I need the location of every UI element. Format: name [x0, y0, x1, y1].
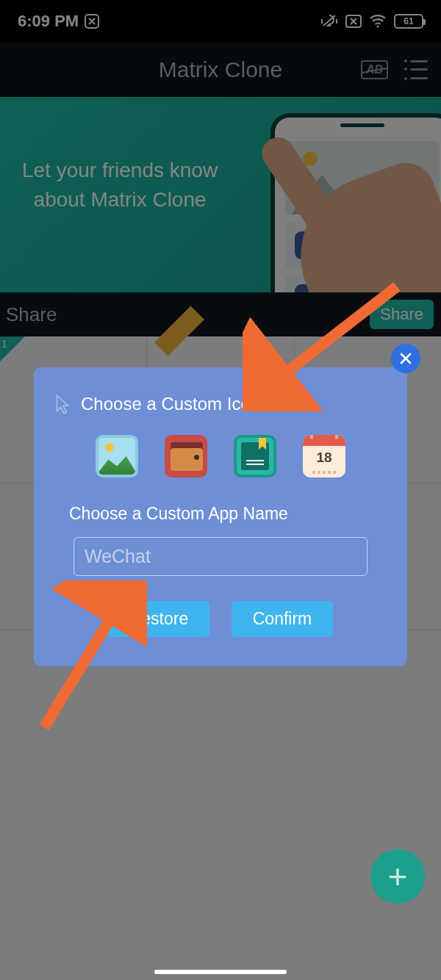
dialog-title: Choose a Custom Icon — [81, 394, 260, 414]
confirm-button[interactable]: Confirm — [232, 601, 333, 637]
calendar-day: 18 — [303, 450, 345, 466]
icon-option-book[interactable] — [234, 435, 276, 478]
close-icon — [398, 351, 413, 366]
plus-icon: + — [388, 857, 408, 896]
custom-icon-dialog: Choose a Custom Icon 18 Choose a Custom … — [34, 367, 407, 666]
icon-option-wallet[interactable] — [165, 435, 207, 478]
add-clone-fab[interactable]: + — [370, 849, 425, 904]
icon-option-calendar[interactable]: 18 — [303, 435, 345, 478]
dialog-close-button[interactable] — [391, 344, 420, 373]
icon-options-row: 18 — [54, 435, 387, 478]
app-name-input[interactable] — [74, 537, 368, 576]
icon-option-gallery[interactable] — [96, 435, 138, 478]
dialog-subtitle: Choose a Custom App Name — [69, 504, 387, 524]
restore-button[interactable]: Restore — [108, 601, 209, 637]
cursor-icon — [54, 394, 71, 414]
home-indicator[interactable] — [154, 970, 287, 974]
